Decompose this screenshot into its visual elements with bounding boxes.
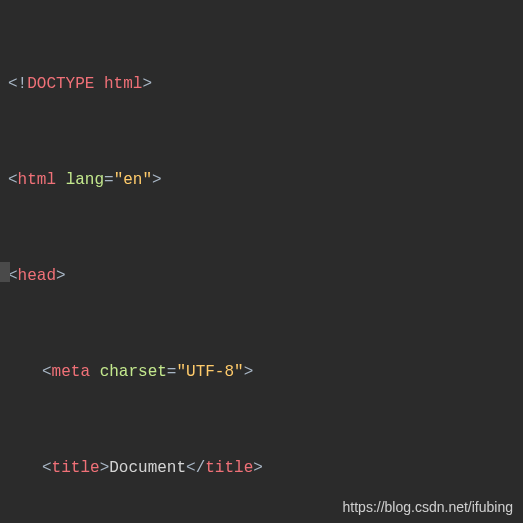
tag-head: head: [18, 264, 56, 288]
code-line[interactable]: <!DOCTYPE html>: [8, 72, 515, 96]
tag-html: html: [18, 168, 56, 192]
watermark-text: https://blog.csdn.net/ifubing: [343, 499, 513, 515]
code-line[interactable]: <head>: [8, 264, 515, 288]
code-editor[interactable]: <!DOCTYPE html> <html lang="en"> <head> …: [0, 0, 523, 523]
gutter-marker: [0, 262, 10, 282]
code-line[interactable]: <html lang="en">: [8, 168, 515, 192]
doctype-text: DOCTYPE html: [27, 72, 142, 96]
attr-lang-val: "en": [114, 168, 152, 192]
attr-lang: lang: [66, 168, 104, 192]
tag-meta: meta: [52, 360, 90, 384]
tag-title: title: [52, 456, 100, 480]
attr-charset-val: "UTF-8": [176, 360, 243, 384]
title-text: Document: [109, 456, 186, 480]
code-line[interactable]: <title>Document</title>: [8, 456, 515, 480]
attr-charset: charset: [100, 360, 167, 384]
code-line[interactable]: <meta charset="UTF-8">: [8, 360, 515, 384]
